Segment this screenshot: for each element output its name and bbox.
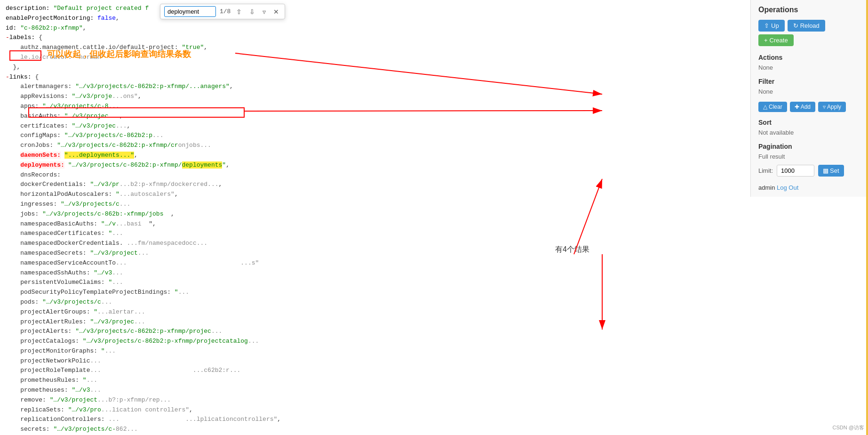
sort-value: Not available xyxy=(758,129,860,136)
search-bar[interactable]: 1/8 ⇧ ⇩ ▿ ✕ xyxy=(160,4,285,19)
clear-label: Clear xyxy=(769,104,782,110)
code-line: -labels: { xyxy=(6,33,745,43)
code-line: projectAlerts: "…/v3/projects/c-862b2:p-… xyxy=(6,327,745,337)
limit-label: Limit: xyxy=(758,167,773,174)
actions-value: None xyxy=(758,64,860,71)
code-line: prometheusRules: "... xyxy=(6,376,745,386)
admin-row: admin Log Out xyxy=(758,184,860,191)
code-line: namespacedDockerCredentials. ...fm/names… xyxy=(6,239,745,249)
reload-button[interactable]: ↻ Reload xyxy=(788,20,825,32)
code-line: namespacedSecrets: "…/v3/project... xyxy=(6,249,745,258)
clear-button[interactable]: △ Clear xyxy=(758,102,787,112)
code-line: projectMonitorGraphs: "... xyxy=(6,346,745,356)
code-line: namespacedSshAuths: "…/v3... xyxy=(6,268,745,278)
code-line: persistentVolumeClaims: "... xyxy=(6,278,745,288)
set-button[interactable]: ▩ Set xyxy=(818,165,844,177)
code-line: jobs: "…/v3/projects/c-862b:-xfnmp/jobs … xyxy=(6,209,745,219)
limit-input[interactable] xyxy=(777,165,814,177)
search-counter: 1/8 xyxy=(220,8,231,15)
code-line: dnsRecords: xyxy=(6,170,745,180)
clear-icon: △ xyxy=(763,104,767,110)
code-line-deployments: deployments: "…/v3/projects/c-862b2:p-xf… xyxy=(6,161,745,170)
reload-icon: ↻ xyxy=(793,22,798,29)
apply-label: Apply xyxy=(827,104,841,110)
code-line: dockerCredentials: "…/v3/pr...b2:p-xfnmp… xyxy=(6,180,745,190)
code-line: appRevisions: "…/v3/proje...ons", xyxy=(6,92,745,102)
code-line: projectRoleTemplate... ...c62b2:r... xyxy=(6,366,745,376)
limit-row: Limit: ▩ Set xyxy=(758,165,860,177)
code-line: replicationControllers: ... ...lplicatio… xyxy=(6,415,745,425)
search-filter-button[interactable]: ▿ xyxy=(261,7,268,16)
code-line: configMaps: "…/v3/projects/c-862b2:p... xyxy=(6,131,745,141)
chart-icon: ▩ xyxy=(823,167,828,174)
set-label: Set xyxy=(830,167,839,174)
code-line: ingresses: "…/v3/projects/c... xyxy=(6,200,745,209)
operations-buttons: ⇧ Up ↻ Reload + Create xyxy=(758,20,860,46)
code-line: podSecurityPolicyTemplateProjectBindings… xyxy=(6,288,745,298)
create-button[interactable]: + Create xyxy=(758,34,794,46)
code-line: projectCatalogs: "…/v3/projects/c-862b2:… xyxy=(6,337,745,346)
add-label: Add xyxy=(801,104,811,110)
main-content: 1/8 ⇧ ⇩ ▿ ✕ description: "Default projec… xyxy=(0,0,750,435)
code-line: remove: "…/v3/project...b?:p-xfnmp/rep..… xyxy=(6,395,745,405)
filter-title: Filter xyxy=(758,78,860,85)
code-line: }, xyxy=(6,63,745,72)
filter-buttons: △ Clear ✚ Add ▿ Apply xyxy=(758,102,860,112)
code-viewer: description: "Default project created f … xyxy=(6,4,745,435)
admin-name: admin xyxy=(758,184,775,191)
add-button[interactable]: ✚ Add xyxy=(790,102,815,112)
pagination-title: Pagination xyxy=(758,143,860,150)
code-line: replicaSets: "…/v3/pro...lication contro… xyxy=(6,405,745,415)
annotation-links-text: 可以收起，但收起后影响查询结果条数 xyxy=(47,48,191,60)
code-line: secrets: "…/v3/projects/c-862... xyxy=(6,425,745,435)
search-input[interactable] xyxy=(164,6,216,17)
sidebar-accent xyxy=(866,0,868,435)
code-line: daemonSets: "...deployments...", xyxy=(6,151,745,161)
code-line: cronJobs: "…/v3/projects/c-862b2:p-xfnmp… xyxy=(6,141,745,151)
actions-title: Actions xyxy=(758,54,860,61)
apply-button[interactable]: ▿ Apply xyxy=(818,102,846,112)
code-line: description: "Default project created f xyxy=(6,4,745,14)
filter-value: None xyxy=(758,88,860,95)
filter-icon: ▿ xyxy=(823,104,826,110)
reload-label: Reload xyxy=(800,22,820,29)
up-button[interactable]: ⇧ Up xyxy=(758,20,785,32)
up-label: Up xyxy=(771,22,779,29)
code-line: projectNetworkPolic... xyxy=(6,356,745,366)
code-line: namespacedCertificates: "... xyxy=(6,229,745,239)
search-close-button[interactable]: ✕ xyxy=(271,7,281,16)
create-label: Create xyxy=(770,37,788,44)
code-line: certificates: "…/v3/projec..., xyxy=(6,121,745,131)
sidebar: Operations ⇧ Up ↻ Reload + Create Action… xyxy=(750,0,868,435)
code-line-links: -links: { xyxy=(6,72,745,82)
code-line: horizontalPodAutoscalers: "...autoscaler… xyxy=(6,190,745,200)
result-note: 有4个结果 xyxy=(555,245,589,255)
code-line: namespacedServiceAccountTo... ...s" xyxy=(6,258,745,268)
csdn-watermark: CSDN @访客 xyxy=(833,424,864,431)
pagination-value: Full result xyxy=(758,153,860,160)
add-icon: ✚ xyxy=(795,104,799,110)
search-next-button[interactable]: ⇩ xyxy=(247,7,257,16)
operations-title: Operations xyxy=(758,6,860,14)
code-line: projectAlertGroups: "...alertar... xyxy=(6,307,745,317)
plus-icon: + xyxy=(764,37,768,44)
search-prev-button[interactable]: ⇧ xyxy=(234,7,244,16)
code-line: alertmanagers: "…/v3/projects/c-862b2:p-… xyxy=(6,82,745,92)
code-line: prometheuses: "…/v3... xyxy=(6,386,745,395)
code-line: namespacedBasicAuths: "…/v...basi ", xyxy=(6,219,745,229)
up-icon: ⇧ xyxy=(764,22,769,29)
sort-title: Sort xyxy=(758,119,860,126)
code-line: pods: "…/v3/projects/c... xyxy=(6,298,745,307)
code-line: basicAuths: "…/v3/projec..., xyxy=(6,112,745,121)
code-line: projectAlertRules: "…/v3/projec... xyxy=(6,317,745,327)
code-line: enableProjectMonitoring: false, xyxy=(6,14,745,24)
code-line: apps: "…/v3/projects/c-8... xyxy=(6,102,745,112)
code-line: id: "c-862b2:p-xfnmp", xyxy=(6,24,745,33)
logout-link[interactable]: Log Out xyxy=(777,184,798,191)
